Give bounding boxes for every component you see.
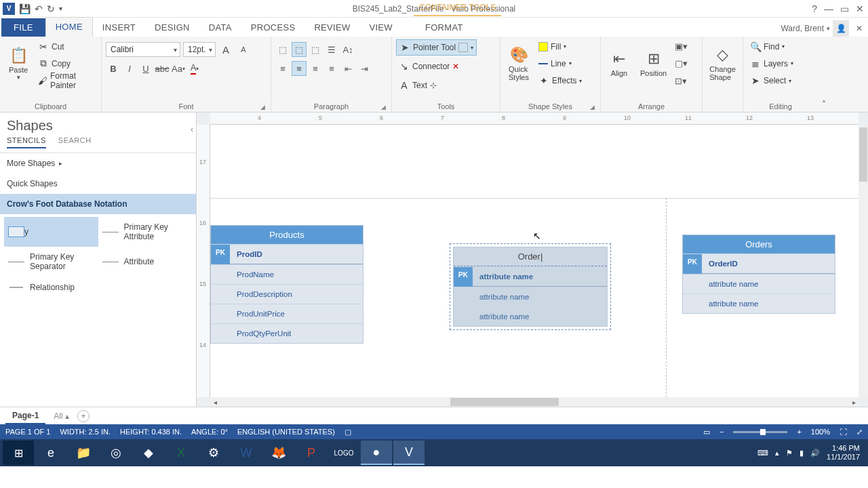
shape-pk-separator[interactable]: Primary Key Separator bbox=[4, 247, 98, 277]
more-shapes-button[interactable]: More Shapes▸ bbox=[0, 153, 196, 174]
tab-process[interactable]: PROCESS bbox=[241, 18, 305, 37]
case-button[interactable]: Aa▾ bbox=[171, 61, 186, 76]
taskbar-excel-icon[interactable]: X bbox=[165, 441, 197, 465]
underline-button[interactable]: U bbox=[138, 61, 153, 76]
shape-styles-dialog-launcher-icon[interactable]: ◢ bbox=[590, 104, 595, 110]
copy-button[interactable]: ⧉Copy bbox=[35, 56, 97, 72]
macro-record-icon[interactable]: ▢ bbox=[344, 428, 351, 436]
tray-flag-icon[interactable]: ⚑ bbox=[786, 449, 793, 458]
close-icon[interactable]: ✕ bbox=[856, 3, 864, 14]
cut-button[interactable]: ✂Cut bbox=[35, 39, 97, 55]
bullets-icon[interactable]: ☰ bbox=[324, 42, 339, 57]
font-size-combo[interactable]: 12pt. bbox=[183, 42, 216, 57]
paste-button[interactable]: 📋 Paste ▾ bbox=[4, 38, 33, 89]
qat-save-icon[interactable]: 💾 bbox=[19, 3, 31, 14]
align-left-icon[interactable]: ≡ bbox=[275, 61, 290, 76]
close-doc-icon[interactable]: ✕ bbox=[856, 24, 863, 33]
position-button[interactable]: ⊞Position bbox=[636, 38, 671, 89]
taskbar-settings-icon[interactable]: ⚙ bbox=[198, 441, 229, 465]
stencils-tab[interactable]: STENCILS bbox=[7, 136, 46, 148]
taskbar-word-icon[interactable]: W bbox=[231, 441, 262, 465]
taskbar-visio-icon[interactable]: V bbox=[393, 441, 425, 465]
start-button[interactable]: ⊞ bbox=[3, 441, 34, 465]
delete-connector-icon[interactable]: ✕ bbox=[452, 62, 459, 71]
taskbar-chrome-icon[interactable]: ◎ bbox=[100, 441, 132, 465]
qat-customize-icon[interactable]: ▾ bbox=[59, 5, 62, 12]
tab-review[interactable]: REVIEW bbox=[304, 18, 359, 37]
page-tab-all[interactable]: All ▴ bbox=[54, 411, 69, 421]
collapse-ribbon-icon[interactable]: ˄ bbox=[822, 100, 826, 109]
decrease-indent-icon[interactable]: ⇤ bbox=[340, 61, 355, 76]
select-button[interactable]: ➤Select▾ bbox=[747, 73, 796, 89]
tab-data[interactable]: DATA bbox=[199, 18, 241, 37]
tray-keyboard-icon[interactable]: ⌨ bbox=[757, 449, 768, 458]
zoom-out-icon[interactable]: − bbox=[719, 428, 724, 436]
add-page-button[interactable]: + bbox=[77, 410, 90, 422]
tray-up-icon[interactable]: ▴ bbox=[775, 449, 779, 458]
tab-insert[interactable]: INSERT bbox=[93, 18, 145, 37]
quick-shapes-button[interactable]: Quick Shapes bbox=[0, 174, 196, 194]
scrollbar-vertical[interactable] bbox=[859, 125, 868, 397]
text-tool-button[interactable]: AText⊹ bbox=[396, 77, 439, 94]
layers-button[interactable]: ≣Layers▾ bbox=[747, 56, 796, 72]
tray-volume-icon[interactable]: 🔊 bbox=[810, 449, 820, 458]
qat-undo-icon[interactable]: ↶ bbox=[35, 3, 43, 14]
align-bottom-icon[interactable]: ⬚ bbox=[308, 42, 323, 57]
taskbar-recorder-icon[interactable]: ● bbox=[361, 441, 392, 465]
qat-redo-icon[interactable]: ↻ bbox=[47, 3, 55, 14]
taskbar-ie-icon[interactable]: e bbox=[35, 441, 66, 465]
shape-entity[interactable]: Entity bbox=[4, 217, 98, 247]
quick-styles-button[interactable]: 🎨 Quick Styles bbox=[505, 38, 533, 89]
fit-window-icon[interactable]: ⛶ bbox=[840, 428, 847, 436]
full-screen-icon[interactable]: ⤢ bbox=[856, 428, 863, 436]
connector-tool-button[interactable]: ↘Connector✕ bbox=[396, 58, 462, 75]
text-direction-icon[interactable]: A↕ bbox=[340, 42, 355, 57]
tab-home[interactable]: HOME bbox=[45, 17, 93, 37]
entity-editing[interactable]: Order| PKattribute name .attribute name … bbox=[453, 247, 608, 327]
find-button[interactable]: 🔍Find▾ bbox=[747, 39, 796, 55]
entity-orders[interactable]: Orders PKOrderID .attribute name .attrib… bbox=[682, 235, 835, 314]
shape-relationship[interactable]: Relationship bbox=[4, 277, 98, 298]
pointer-tool-button[interactable]: ➤Pointer Tool▾ bbox=[396, 39, 477, 56]
tab-design[interactable]: DESIGN bbox=[145, 18, 199, 37]
presentation-mode-icon[interactable]: ▭ bbox=[703, 428, 710, 436]
fill-button[interactable]: Fill▾ bbox=[536, 39, 585, 55]
shapes-collapse-icon[interactable]: ‹ bbox=[191, 125, 193, 134]
page-tab-1[interactable]: Page-1 bbox=[5, 408, 45, 424]
search-tab[interactable]: SEARCH bbox=[58, 136, 92, 148]
bring-front-icon[interactable]: ▣▾ bbox=[673, 39, 688, 54]
connection-point-icon[interactable]: ⊹ bbox=[430, 81, 437, 90]
line-button[interactable]: Line▾ bbox=[536, 56, 585, 72]
status-language[interactable]: ENGLISH (UNITED STATES) bbox=[237, 428, 335, 436]
help-icon[interactable]: ? bbox=[812, 3, 817, 14]
grow-font-icon[interactable]: A bbox=[218, 42, 233, 57]
scrollbar-horizontal[interactable]: ◂▸ bbox=[210, 397, 859, 407]
justify-icon[interactable]: ≡ bbox=[324, 61, 339, 76]
taskbar-powerpoint-icon[interactable]: P bbox=[296, 441, 327, 465]
tray-clock[interactable]: 1:46 PM 11/1/2017 bbox=[827, 444, 860, 462]
align-center-icon[interactable]: ≡ bbox=[292, 61, 307, 76]
drawing-canvas[interactable]: Products PKProdID .ProdName .ProdDescrip… bbox=[210, 125, 859, 397]
zoom-in-icon[interactable]: + bbox=[797, 428, 801, 436]
group-icon[interactable]: ⊡▾ bbox=[673, 73, 688, 88]
change-shape-button[interactable]: ◇Change Shape bbox=[707, 38, 738, 89]
font-dialog-launcher-icon[interactable]: ◢ bbox=[260, 104, 265, 110]
entity-editing-title[interactable]: Order| bbox=[454, 247, 607, 266]
font-name-combo[interactable]: Calibri bbox=[106, 42, 180, 57]
align-top-icon[interactable]: ⬚ bbox=[275, 42, 290, 57]
user-avatar-icon[interactable]: 👤 bbox=[833, 20, 849, 37]
format-painter-button[interactable]: 🖌Format Painter bbox=[35, 73, 97, 89]
paragraph-dialog-launcher-icon[interactable]: ◢ bbox=[381, 104, 386, 110]
tab-file[interactable]: FILE bbox=[1, 18, 45, 37]
shape-attribute[interactable]: Attribute bbox=[98, 247, 193, 277]
align-middle-icon[interactable]: ⬚ bbox=[292, 42, 307, 57]
effects-button[interactable]: ✦Effects▾ bbox=[536, 73, 585, 89]
taskbar-logo-icon[interactable]: LOGO bbox=[328, 441, 359, 465]
shape-pk-attribute[interactable]: Primary Key Attribute bbox=[98, 217, 193, 247]
restore-icon[interactable]: ▭ bbox=[840, 3, 849, 14]
tray-network-icon[interactable]: ▮ bbox=[800, 449, 804, 458]
zoom-level[interactable]: 100% bbox=[811, 428, 830, 436]
align-button[interactable]: ⇤Align bbox=[605, 38, 633, 89]
align-right-icon[interactable]: ≡ bbox=[308, 61, 323, 76]
zoom-slider[interactable] bbox=[733, 431, 787, 433]
